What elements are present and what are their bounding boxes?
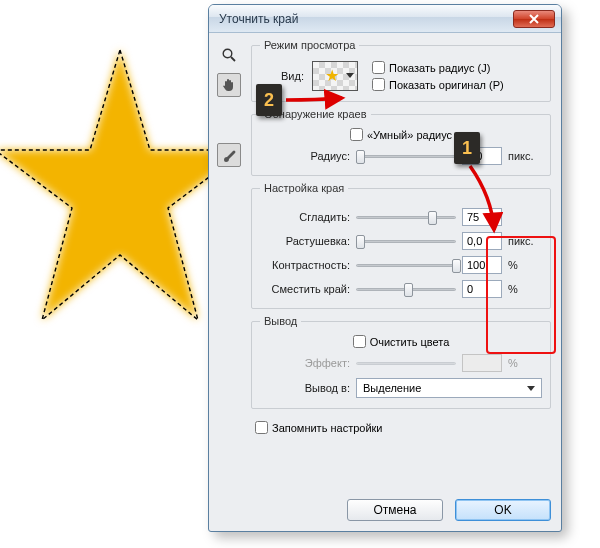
smooth-slider[interactable] [356,210,456,224]
adjust-legend: Настройка края [260,182,348,194]
view-swatch[interactable]: ★ [312,61,358,91]
output-to-select[interactable]: Выделение [356,378,542,398]
effect-label: Эффект: [260,357,350,369]
svg-line-3 [231,57,235,61]
view-label: Вид: [260,70,304,82]
dialog-title: Уточнить край [219,12,298,26]
magnifier-icon [221,47,237,63]
hand-icon [221,77,237,93]
view-mode-group: Режим просмотра Вид: ★ Показать радиус (… [251,39,551,102]
cancel-button[interactable]: Отмена [347,499,443,521]
close-button[interactable] [513,10,555,28]
shift-unit: % [508,283,542,295]
titlebar[interactable]: Уточнить край [209,5,561,33]
contrast-slider[interactable] [356,258,456,272]
star-icon: ★ [325,68,339,84]
show-radius-checkbox[interactable]: Показать радиус (J) [372,61,542,74]
show-radius-input[interactable] [372,61,385,74]
selection-star [0,20,240,360]
decontaminate-checkbox[interactable]: Очистить цвета [353,335,450,348]
shift-label: Сместить край: [260,283,350,295]
smart-radius-checkbox[interactable]: «Умный» радиус [350,128,452,141]
show-original-checkbox[interactable]: Показать оригинал (P) [372,78,542,91]
smooth-label: Сгладить: [260,211,350,223]
shift-slider[interactable] [356,282,456,296]
smooth-input[interactable] [462,208,502,226]
edge-detection-group: Обнаружение краев «Умный» радиус Радиус:… [251,108,551,176]
effect-input [462,354,502,372]
contrast-label: Контрастность: [260,259,350,271]
svg-point-2 [223,49,232,58]
ok-button[interactable]: OK [455,499,551,521]
radius-slider[interactable] [356,149,456,163]
brush-icon [221,147,237,163]
radius-unit: пикс. [508,150,542,162]
show-original-input[interactable] [372,78,385,91]
refine-brush-tool[interactable] [217,143,241,167]
effect-slider [356,356,456,370]
effect-unit: % [508,357,542,369]
contrast-input[interactable] [462,256,502,274]
output-legend: Вывод [260,315,301,327]
radius-label: Радиус: [260,150,350,162]
remember-checkbox[interactable]: Запомнить настройки [255,421,551,434]
contrast-unit: % [508,259,542,271]
smart-radius-input[interactable] [350,128,363,141]
callout-one: 1 [454,132,480,164]
output-to-label: Вывод в: [260,382,350,394]
callout-two: 2 [256,84,282,116]
output-group: Вывод Очистить цвета Эффект: % В [251,315,551,409]
svg-marker-0 [0,50,240,320]
zoom-tool[interactable] [217,43,241,67]
feather-input[interactable] [462,232,502,250]
hand-tool[interactable] [217,73,241,97]
remember-input[interactable] [255,421,268,434]
close-icon [529,14,539,24]
feather-unit: пикс. [508,235,542,247]
feather-slider[interactable] [356,234,456,248]
view-mode-legend: Режим просмотра [260,39,359,51]
decontaminate-input[interactable] [353,335,366,348]
shift-input[interactable] [462,280,502,298]
adjust-edge-group: Настройка края Сгладить: Растушевка: пик [251,182,551,309]
feather-label: Растушевка: [260,235,350,247]
